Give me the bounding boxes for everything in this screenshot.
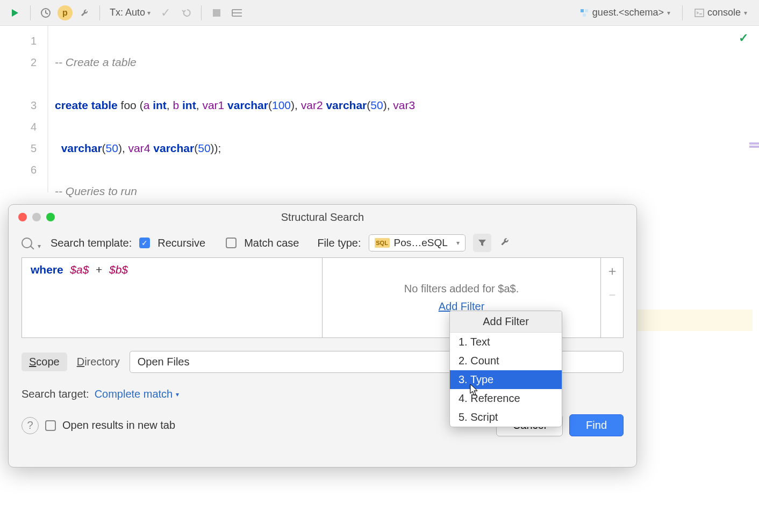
separator: [201, 5, 202, 20]
sql-file-icon: SQL: [375, 238, 390, 248]
punc: (: [268, 99, 272, 111]
inspection-ok-icon[interactable]: ✓: [739, 31, 748, 45]
punc: ,: [122, 142, 125, 154]
svg-rect-2: [585, 9, 588, 12]
open-new-tab-label: Open results in new tab: [62, 419, 175, 432]
schema-icon: [579, 8, 589, 18]
separator: [682, 5, 683, 20]
tx-mode-dropdown[interactable]: Tx: Auto ▾: [106, 7, 154, 18]
file-type-dropdown[interactable]: SQL Pos…eSQL ▾: [369, 234, 466, 251]
popup-title: Add Filter: [450, 311, 562, 333]
settings-wrench-icon[interactable]: [499, 236, 511, 250]
type: varchar: [326, 99, 367, 111]
scope-value: Open Files: [138, 356, 190, 368]
close-window-icon[interactable]: [18, 213, 27, 221]
punc: ,: [295, 99, 298, 111]
recursive-checkbox[interactable]: ✓: [139, 238, 150, 248]
type: varchar: [153, 142, 194, 154]
punc: ,: [167, 99, 170, 111]
console-picker[interactable]: console▾: [689, 5, 753, 20]
col: var1: [202, 99, 224, 111]
filter-option-type[interactable]: 3. Type: [450, 370, 562, 389]
svg-rect-3: [583, 13, 586, 17]
no-filters-message: No filters added for $a$.: [404, 283, 519, 295]
filter-toolbar: ＋ －: [601, 257, 624, 338]
add-filter-menu: Add Filter 1. Text 2. Count 3. Type 4. R…: [449, 311, 562, 427]
type: varchar: [227, 99, 268, 111]
punc: ): [118, 142, 122, 154]
punc: (: [140, 99, 144, 111]
num: 100: [272, 99, 291, 111]
file-type-label: File type:: [317, 237, 361, 249]
add-filter-icon[interactable]: ＋: [606, 262, 619, 279]
p-badge[interactable]: p: [58, 5, 73, 20]
directory-rest: irectory: [84, 356, 120, 368]
filter-option-text[interactable]: 1. Text: [450, 333, 562, 351]
console-label: console: [707, 7, 741, 18]
col: var3: [393, 99, 415, 111]
schema-picker[interactable]: guest.<schema>▾: [574, 5, 676, 20]
console-icon: [694, 9, 704, 17]
filter-icon[interactable]: [473, 234, 491, 252]
explain-icon[interactable]: [228, 4, 246, 21]
line-number: 3: [0, 95, 37, 116]
line-number: 6: [0, 159, 37, 181]
variable: $a$: [70, 263, 89, 276]
kw: where: [31, 263, 63, 276]
run-icon[interactable]: [6, 4, 24, 21]
line-number: 4: [0, 116, 37, 138]
dialog-title: Structural Search: [9, 211, 636, 224]
main-toolbar: p Tx: Auto ▾ ✓ guest.<schema>▾ console▾: [0, 0, 759, 26]
open-new-tab-checkbox[interactable]: [45, 420, 56, 431]
line-number: 1: [0, 30, 37, 52]
schema-label: guest.<schema>: [592, 7, 664, 18]
minimize-window-icon[interactable]: [32, 213, 41, 221]
type: varchar: [61, 142, 102, 154]
window-controls: [9, 213, 55, 221]
col: var2: [301, 99, 323, 111]
help-icon[interactable]: ?: [22, 417, 39, 434]
op: +: [96, 263, 102, 276]
match-case-checkbox[interactable]: [226, 238, 237, 248]
svg-rect-4: [695, 9, 704, 17]
search-template-label: Search template:: [51, 237, 132, 249]
history-icon[interactable]: [37, 4, 54, 21]
file-type-value: Pos…eSQL: [394, 237, 448, 249]
match-case-label: Match case: [244, 237, 299, 249]
search-target-dropdown[interactable]: Complete match▾: [95, 388, 180, 400]
scope-btn-rest: cope: [36, 356, 59, 368]
punc: ,: [196, 99, 199, 111]
scope-toggle[interactable]: Scope: [22, 353, 67, 371]
target-value: Complete match: [95, 388, 173, 400]
num: 50: [106, 142, 118, 154]
punc: (: [102, 142, 106, 154]
svg-rect-1: [581, 9, 584, 12]
variable: $b$: [109, 263, 128, 276]
filter-option-script[interactable]: 5. Script: [450, 408, 562, 427]
code-editor[interactable]: 1 2 3 4 5 6 -- Create a table create tab…: [0, 26, 759, 192]
col: b: [173, 99, 180, 111]
comment: -- Queries to run: [55, 185, 137, 197]
remove-filter-icon[interactable]: －: [606, 286, 619, 303]
separator: [99, 5, 100, 20]
line-number: 2: [0, 52, 37, 73]
filter-option-count[interactable]: 2. Count: [450, 351, 562, 370]
kw: create table: [55, 99, 118, 111]
code-area[interactable]: -- Create a table create table foo (a in…: [48, 26, 759, 192]
punc: ): [291, 99, 295, 111]
filter-option-reference[interactable]: 4. Reference: [450, 389, 562, 408]
search-icon[interactable]: [22, 238, 32, 248]
col: var4: [128, 142, 151, 154]
directory-toggle[interactable]: Directory: [77, 356, 120, 368]
stop-icon[interactable]: [208, 4, 225, 21]
rollback-icon[interactable]: [177, 4, 195, 21]
overview-ruler[interactable]: [749, 141, 759, 149]
zoom-window-icon[interactable]: [46, 213, 55, 221]
ident: foo: [121, 99, 137, 111]
find-button[interactable]: Find: [569, 414, 624, 436]
search-pattern-input[interactable]: where $a$ + $b$: [22, 257, 323, 338]
commit-icon[interactable]: ✓: [157, 4, 174, 21]
wrench-icon[interactable]: [76, 4, 93, 21]
search-target-label: Search target:: [22, 388, 89, 400]
col: a: [144, 99, 150, 111]
